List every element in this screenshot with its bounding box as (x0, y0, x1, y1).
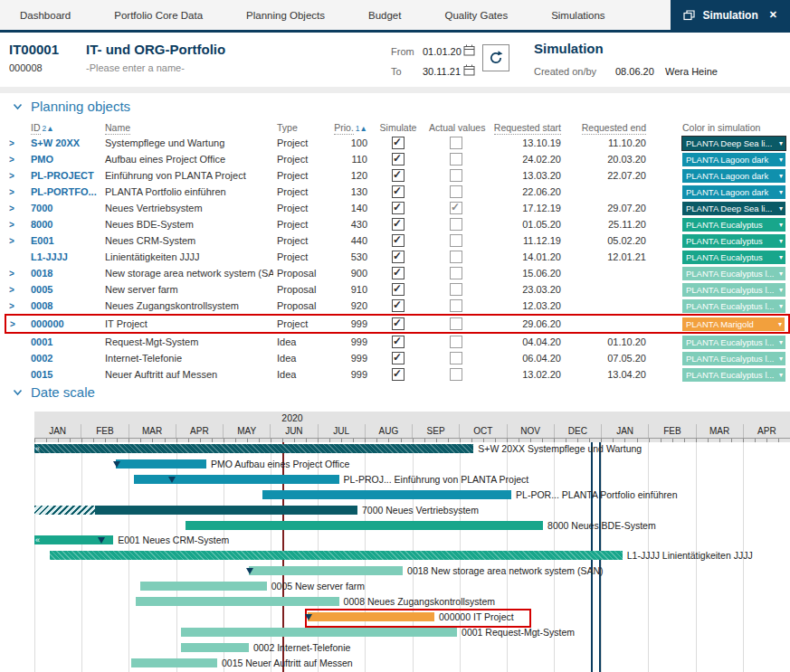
gantt-bar[interactable] (262, 490, 511, 499)
simulate-checkbox[interactable] (392, 185, 405, 198)
actual-values-checkbox[interactable] (450, 299, 462, 312)
color-in-simulation-select[interactable]: PLANTA Eucalyptus l...▾ (682, 336, 785, 349)
object-id-link[interactable]: E001 (27, 232, 101, 249)
actual-values-checkbox[interactable] (450, 336, 462, 348)
table-row-8000[interactable]: >8000Neues BDE-SystemProject43001.05.202… (5, 216, 789, 232)
refresh-button[interactable] (482, 44, 509, 71)
gantt-bar[interactable] (116, 459, 206, 469)
actual-values-checkbox[interactable] (450, 202, 462, 214)
expand-icon[interactable]: > (9, 236, 14, 246)
simulate-checkbox[interactable] (392, 368, 405, 381)
color-in-simulation-select[interactable]: PLANTA Eucalyptus▾ (682, 218, 785, 232)
object-id-link[interactable]: 0001 (27, 333, 101, 350)
simulate-checkbox[interactable] (392, 169, 405, 182)
gantt-bar[interactable] (308, 612, 434, 621)
object-id-link[interactable]: S+W 20XX (27, 135, 101, 151)
column-requested-end[interactable]: Requested end (582, 122, 646, 135)
actual-values-checkbox[interactable] (450, 368, 462, 381)
planning-objects-section-header[interactable]: Planning objects (13, 99, 130, 114)
simulate-checkbox[interactable] (392, 317, 405, 330)
table-row-0001[interactable]: 0001Request-Mgt-SystemIdea99904.04.2001.… (5, 333, 789, 350)
column-prio[interactable]: Prio. (334, 122, 354, 135)
to-date-field[interactable]: 30.11.21 (423, 66, 461, 77)
from-date-field[interactable]: 01.01.20 (423, 46, 462, 57)
table-row-0008[interactable]: >0008Neues ZugangskontrollsystemProposal… (5, 298, 789, 315)
color-in-simulation-select[interactable]: PLANTA Eucalyptus l...▾ (682, 299, 785, 313)
simulate-checkbox[interactable] (392, 137, 405, 149)
color-in-simulation-select[interactable]: PLANTA Eucalyptus▾ (682, 234, 785, 248)
date-scale-section-header[interactable]: Date scale (13, 384, 95, 400)
expand-icon[interactable]: > (9, 220, 14, 230)
close-icon[interactable]: ✕ (769, 9, 777, 21)
color-in-simulation-select[interactable]: PLANTA Marigold▾ (682, 317, 785, 331)
color-in-simulation-select[interactable]: PLANTA Lagoon dark▾ (682, 153, 785, 166)
color-in-simulation-select[interactable]: PLANTA Lagoon dark▾ (682, 185, 785, 199)
actual-values-checkbox[interactable] (450, 283, 462, 296)
nav-tab-simulations[interactable]: Simulations (529, 0, 626, 30)
nav-tab-quality-gates[interactable]: Quality Gates (423, 0, 529, 30)
color-in-simulation-select[interactable]: PLANTA Eucalyptus l...▾ (682, 368, 785, 382)
color-in-simulation-select[interactable]: PLANTA Lagoon dark▾ (682, 169, 785, 183)
nav-tab-planning-objects[interactable]: Planning Objects (224, 0, 347, 30)
color-in-simulation-select[interactable]: PLANTA Eucalyptus▾ (682, 251, 785, 264)
portfolio-name-placeholder[interactable]: -Please enter a name- (86, 62, 185, 73)
color-in-simulation-select[interactable]: PLANTA Eucalyptus l...▾ (682, 352, 785, 365)
expand-icon[interactable]: > (10, 319, 15, 329)
color-in-simulation-select[interactable]: PLANTA Deep Sea li...▾ (682, 202, 785, 215)
expand-icon[interactable]: > (9, 203, 14, 213)
actual-values-checkbox[interactable] (450, 218, 462, 231)
object-id-link[interactable]: 0015 (27, 366, 101, 383)
color-in-simulation-select[interactable]: PLANTA Deep Sea li...▾ (682, 137, 785, 150)
object-id-link[interactable]: PL-PROJECT (27, 167, 101, 184)
gantt-bar[interactable] (140, 582, 267, 591)
column-simulate[interactable]: Simulate (380, 122, 417, 133)
actual-values-checkbox[interactable] (450, 185, 462, 198)
portfolio-id[interactable]: IT00001 (9, 42, 59, 57)
table-row-7000[interactable]: >7000Neues VertriebsystemProject14017.12… (5, 200, 789, 216)
expand-icon[interactable]: > (9, 285, 14, 295)
object-id-link[interactable]: 000000 (27, 315, 101, 333)
simulate-checkbox[interactable] (392, 218, 405, 231)
column-requested-start[interactable]: Requested start (494, 122, 561, 135)
actual-values-checkbox[interactable] (450, 251, 462, 263)
table-row-0018[interactable]: >0018New storage area network system (SA… (5, 265, 789, 281)
nav-tab-portfolio-core-data[interactable]: Portfolio Core Data (92, 0, 224, 30)
expand-icon[interactable]: > (9, 138, 14, 148)
object-id-link[interactable]: 0008 (27, 298, 101, 315)
table-row-pmo[interactable]: >PMOAufbau eines Project OfficeProject11… (5, 151, 789, 167)
nav-tab-budget[interactable]: Budget (347, 0, 423, 30)
simulate-checkbox[interactable] (392, 336, 405, 348)
simulate-checkbox[interactable] (392, 267, 405, 279)
gantt-bar[interactable] (186, 521, 543, 530)
table-row-000000[interactable]: >000000IT ProjectProject99929.06.20PLANT… (5, 315, 789, 333)
table-row-l1-jjjj[interactable]: L1-JJJJLinientätigkeiten JJJJProject5301… (5, 249, 789, 265)
color-in-simulation-select[interactable]: PLANTA Eucalyptus l...▾ (682, 283, 785, 297)
gantt-bar[interactable] (181, 628, 457, 637)
table-row-e001[interactable]: >E001Neues CRM-SystemProject44011.12.190… (5, 232, 789, 249)
gantt-bar[interactable] (249, 566, 403, 575)
actual-values-checkbox[interactable] (450, 317, 462, 330)
table-row-0002[interactable]: 0002Internet-TelefonieIdea99906.04.2007.… (5, 350, 789, 366)
table-row-0005[interactable]: >0005New server farmProposal91023.03.20P… (5, 281, 789, 298)
table-row-0015[interactable]: 0015Neuer Auftritt auf MessenIdea99913.0… (5, 366, 789, 383)
calendar-icon[interactable] (463, 44, 475, 56)
actual-values-checkbox[interactable] (450, 267, 462, 279)
expand-icon[interactable]: > (9, 187, 14, 197)
color-in-simulation-select[interactable]: PLANTA Eucalyptus l...▾ (682, 267, 785, 280)
expand-icon[interactable]: > (9, 155, 14, 165)
object-id-link[interactable]: 7000 (27, 200, 101, 216)
column-actual-values[interactable]: Actual values (429, 122, 485, 133)
gantt-bar[interactable] (136, 597, 338, 606)
tab-simulation-active[interactable]: Simulation ✕ (671, 0, 790, 30)
gantt-bar[interactable] (34, 444, 473, 453)
actual-values-checkbox[interactable] (450, 153, 462, 166)
simulate-checkbox[interactable] (392, 153, 405, 166)
gantt-bar[interactable] (50, 551, 623, 560)
table-row-pl-project[interactable]: >PL-PROJECTEinführung von PLANTA Project… (5, 167, 789, 184)
object-id-link[interactable]: L1-JJJJ (27, 249, 101, 265)
actual-values-checkbox[interactable] (450, 234, 462, 247)
column-type[interactable]: Type (277, 122, 298, 133)
object-id-link[interactable]: 0005 (27, 281, 101, 298)
expand-icon[interactable]: > (9, 301, 14, 311)
expand-icon[interactable]: > (9, 171, 14, 181)
